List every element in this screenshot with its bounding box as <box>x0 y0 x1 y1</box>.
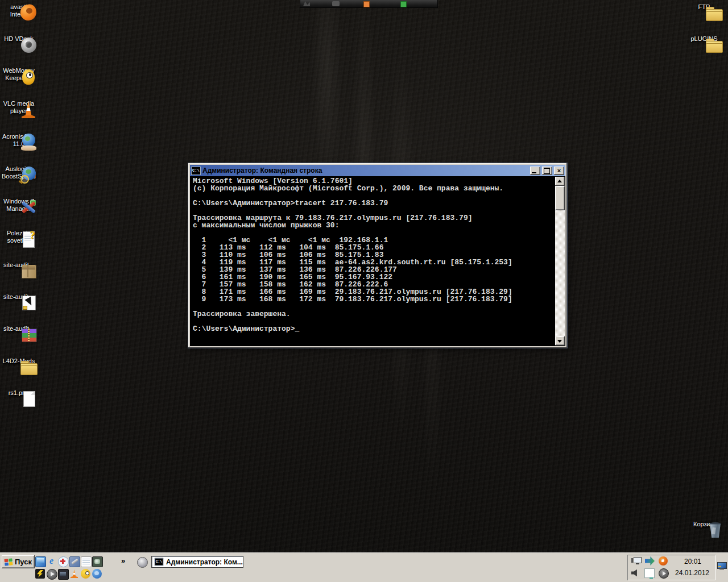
tray-date[interactable]: 24.01.2012 <box>671 569 714 577</box>
desktop-icon-acronis[interactable]: Acronis Tr... 11.0 <box>1 133 36 148</box>
photo-viewer-icon[interactable] <box>92 556 103 567</box>
desktop-icon-vlc[interactable]: VLC media player <box>1 100 36 115</box>
show-desktop-icon[interactable] <box>35 556 46 567</box>
desktop-icon-label: VLC media player <box>1 100 36 115</box>
desktop-icon-avast[interactable]: avast! Inter... <box>1 3 36 18</box>
volume-icon[interactable] <box>631 569 640 577</box>
console-output[interactable]: Microsoft Windows [Version 6.1.7601] (c)… <box>190 176 565 346</box>
taskbar-button-label: Администратор: Ком... <box>166 558 243 566</box>
desktop-icon-ftp[interactable]: FTP <box>686 3 722 11</box>
top-hidden-toolbar[interactable] <box>300 0 438 8</box>
desktop-icon-l4d2-mods[interactable]: L4D2-Mods <box>1 357 36 365</box>
round-app-icon[interactable] <box>137 557 148 568</box>
console-line: с максимальным числом прыжков 30: <box>193 222 553 229</box>
first-aid-icon[interactable] <box>58 556 69 567</box>
desktop-icon-site-auditor[interactable]: site-auditor <box>1 293 36 301</box>
desktop-icon-windows7-manager[interactable]: Windows 7 Manager <box>1 198 36 213</box>
internet-explorer-icon[interactable] <box>47 556 56 566</box>
cmd-icon <box>155 558 163 566</box>
start-button[interactable]: Пуск <box>2 555 35 568</box>
webmoney-quicklaunch-icon[interactable] <box>81 569 90 579</box>
network-icon[interactable] <box>631 557 641 565</box>
tv-app-icon[interactable] <box>58 569 69 580</box>
console-line: (c) Корпорация Майкрософт (Microsoft Cor… <box>193 185 553 192</box>
display-settings-icon[interactable] <box>717 562 727 570</box>
desktop-icon-hd-vdeck[interactable]: HD VDeck <box>1 35 36 43</box>
desktop-icon-recycle-bin[interactable]: Корзина <box>688 521 723 528</box>
desktop-icon-site-audit-box[interactable]: site-audit... <box>1 261 36 269</box>
scroll-thumb[interactable] <box>555 186 565 210</box>
desktop-icon-auslogics[interactable]: Auslogics BoostSpeed <box>1 165 36 180</box>
media-player-classic-icon[interactable] <box>47 569 57 580</box>
green-square-icon <box>400 1 407 7</box>
windows-flag-icon <box>4 558 13 566</box>
system-tray: 20:01 24.01.2012 <box>627 555 715 580</box>
desktop-icon-poleznie-soveti[interactable]: Poleznie soveti ... <box>1 230 36 244</box>
mediaget-icon[interactable] <box>645 556 655 566</box>
language-indicator-icon[interactable] <box>644 568 655 578</box>
close-button[interactable]: × <box>554 167 564 175</box>
tools-icon[interactable] <box>69 556 80 567</box>
punto-switcher-icon[interactable] <box>35 569 45 579</box>
scroll-up-button[interactable] <box>555 177 565 186</box>
console-line: C:\Users\Администратор>tracert 217.76.18… <box>193 199 553 207</box>
start-label: Пуск <box>15 558 32 566</box>
gray-blob-icon <box>332 1 340 6</box>
vertical-scrollbar[interactable] <box>555 177 565 346</box>
scroll-down-button[interactable] <box>555 336 565 346</box>
console-line: 9 173 ms 168 ms 172 ms 79.183.76.217.oly… <box>193 296 553 303</box>
browser-globe-icon[interactable] <box>92 569 102 579</box>
titlebar[interactable]: Администратор: Командная строка × <box>190 165 565 176</box>
console-line: Трассировка завершена. <box>193 310 553 318</box>
desktop-icon-webmoney[interactable]: WebMoney Keeper ... <box>1 67 36 82</box>
chart-glyph-icon <box>303 1 310 6</box>
vlc-icon[interactable] <box>69 569 79 579</box>
taskbar: Пуск » Администратор: Ком... 20:01 <box>0 552 728 582</box>
desktop-icon-plugins[interactable]: pLUGINS <box>686 35 722 43</box>
orange-square-icon <box>363 1 370 7</box>
maximize-button[interactable] <box>542 167 552 175</box>
console-text: Microsoft Windows [Version 6.1.7601] (c)… <box>193 177 553 332</box>
cmd-window: Администратор: Командная строка × Micros… <box>188 163 567 348</box>
desktop: avast! Inter... HD VDeck WebMoney Keeper… <box>0 0 728 582</box>
taskbar-button-cmd[interactable]: Администратор: Ком... <box>151 556 243 568</box>
avast-tray-icon[interactable] <box>659 556 668 566</box>
tray-clock[interactable]: 20:01 <box>674 558 712 566</box>
quick-launch-overflow-chevron[interactable]: » <box>121 556 125 565</box>
minimize-button[interactable] <box>530 167 540 175</box>
desktop-icon-rs1-png[interactable]: rs1.png <box>1 389 36 397</box>
mpc-tray-icon[interactable] <box>659 568 669 579</box>
desktop-icon-site-audit-rar[interactable]: site-audit... <box>1 325 36 332</box>
notepad-icon[interactable] <box>81 556 92 567</box>
window-title: Администратор: Командная строка <box>202 167 528 174</box>
console-line: C:\Users\Администратор>_ <box>193 325 553 332</box>
cmd-icon <box>191 167 201 175</box>
